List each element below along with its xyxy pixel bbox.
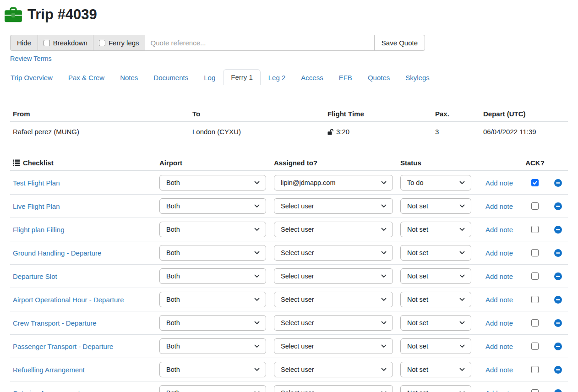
status-select[interactable]: Not set	[400, 338, 471, 354]
airport-select[interactable]: Both	[159, 222, 266, 237]
status-select[interactable]: Not set	[400, 268, 471, 284]
checklist-item-link[interactable]: Airport Operational Hour - Departure	[13, 296, 124, 304]
remove-row-button[interactable]	[554, 366, 562, 374]
ack-checkbox[interactable]	[531, 389, 539, 392]
breakdown-checkbox[interactable]	[44, 40, 50, 46]
remove-row-button[interactable]	[554, 389, 562, 392]
airport-select[interactable]: Both	[159, 362, 266, 377]
add-note-link[interactable]: Add note	[485, 202, 513, 210]
add-note-link[interactable]: Add note	[485, 179, 513, 187]
checklist-item-link[interactable]: Catering Arrangement	[13, 389, 80, 392]
checklist-table: Checklist Airport Assigned to? Status AC…	[10, 155, 568, 392]
minus-circle-icon	[554, 296, 562, 304]
status-select[interactable]: Not set	[400, 245, 471, 261]
remove-row-button[interactable]	[554, 226, 562, 234]
tab-quotes[interactable]: Quotes	[360, 70, 398, 85]
ack-checkbox[interactable]	[531, 366, 539, 373]
assigned-select[interactable]: Select user	[274, 268, 393, 284]
checklist-item-link[interactable]: Live Flight Plan	[13, 202, 60, 210]
add-note-link[interactable]: Add note	[485, 319, 513, 327]
assigned-select[interactable]: Select user	[274, 385, 393, 392]
tab-ferry-1[interactable]: Ferry 1	[223, 69, 261, 85]
status-select[interactable]: Not set	[400, 198, 471, 214]
chevron-down-icon	[254, 204, 260, 208]
remove-row-button[interactable]	[554, 272, 562, 280]
status-select[interactable]: Not set	[400, 385, 471, 392]
add-note-link[interactable]: Add note	[485, 272, 513, 280]
ack-checkbox[interactable]	[531, 296, 539, 303]
remove-row-button[interactable]	[554, 179, 562, 187]
ack-checkbox[interactable]	[531, 343, 539, 350]
status-select[interactable]: Not set	[400, 292, 471, 307]
add-note-link[interactable]: Add note	[485, 296, 513, 304]
assigned-select[interactable]: lipin@jdmapp.com	[274, 175, 393, 191]
assigned-select[interactable]: Select user	[274, 222, 393, 237]
assigned-select-value: Select user	[281, 319, 314, 327]
assigned-select-value: Select user	[281, 366, 314, 373]
ack-checkbox[interactable]	[531, 249, 539, 256]
tab-log[interactable]: Log	[196, 70, 223, 85]
tab-access[interactable]: Access	[293, 70, 331, 85]
tab-skylegs[interactable]: Skylegs	[398, 70, 437, 85]
status-select[interactable]: To do	[400, 175, 471, 191]
chevron-down-icon	[254, 228, 260, 231]
minus-circle-icon	[554, 179, 562, 187]
assigned-select[interactable]: Select user	[274, 292, 393, 307]
assigned-select[interactable]: Select user	[274, 245, 393, 261]
tab-documents[interactable]: Documents	[146, 70, 196, 85]
quote-reference-input[interactable]	[145, 35, 375, 51]
add-note-link[interactable]: Add note	[485, 366, 513, 374]
ack-checkbox[interactable]	[531, 272, 539, 280]
assigned-select[interactable]: Select user	[274, 338, 393, 354]
remove-row-button[interactable]	[554, 249, 562, 257]
assigned-select-value: Select user	[281, 226, 314, 233]
checklist-item-link[interactable]: Test Flight Plan	[13, 179, 60, 187]
remove-row-button[interactable]	[554, 202, 562, 210]
tab-notes[interactable]: Notes	[112, 70, 146, 85]
checklist-item-link[interactable]: Crew Transport - Departure	[13, 319, 97, 327]
airport-select[interactable]: Both	[159, 338, 266, 354]
assigned-select[interactable]: Select user	[274, 315, 393, 331]
checklist-item-link[interactable]: Passenger Transport - Departure	[13, 343, 113, 350]
status-select[interactable]: Not set	[400, 222, 471, 237]
chevron-down-icon	[254, 298, 260, 301]
status-select[interactable]: Not set	[400, 315, 471, 331]
col-from: From	[10, 106, 190, 121]
tab-efb[interactable]: EFB	[331, 70, 360, 85]
ack-checkbox[interactable]	[531, 202, 539, 210]
airport-select[interactable]: Both	[159, 245, 266, 261]
add-note-link[interactable]: Add note	[485, 389, 513, 392]
save-quote-button[interactable]: Save Quote	[374, 35, 425, 51]
remove-row-button[interactable]	[554, 319, 562, 327]
checklist-row: Flight plan Filling Both Select user Not…	[10, 218, 568, 241]
tab-pax-crew[interactable]: Pax & Crew	[60, 70, 112, 85]
ferry-legs-checkbox[interactable]	[99, 40, 105, 46]
flight-to: London (CYXU)	[190, 122, 325, 142]
checklist-item-link[interactable]: Departure Slot	[13, 272, 57, 280]
add-note-link[interactable]: Add note	[485, 343, 513, 350]
checklist-item-link[interactable]: Refuelling Arrangement	[13, 366, 85, 374]
chevron-down-icon	[459, 228, 465, 231]
remove-row-button[interactable]	[554, 343, 562, 350]
ack-checkbox[interactable]	[531, 226, 539, 233]
airport-select[interactable]: Both	[159, 315, 266, 331]
ack-checkbox[interactable]	[531, 179, 539, 186]
tab-leg-2[interactable]: Leg 2	[261, 70, 294, 85]
assigned-select[interactable]: Select user	[274, 362, 393, 377]
airport-select[interactable]: Both	[159, 292, 266, 307]
airport-select[interactable]: Both	[159, 175, 266, 191]
assigned-select[interactable]: Select user	[274, 198, 393, 214]
remove-row-button[interactable]	[554, 296, 562, 304]
review-terms-link[interactable]: Review Terms	[10, 55, 52, 62]
ack-checkbox[interactable]	[531, 319, 539, 327]
add-note-link[interactable]: Add note	[485, 249, 513, 257]
airport-select[interactable]: Both	[159, 198, 266, 214]
checklist-item-link[interactable]: Ground Handling - Departure	[13, 249, 101, 257]
airport-select[interactable]: Both	[159, 268, 266, 284]
tab-trip-overview[interactable]: Trip Overview	[3, 70, 60, 85]
add-note-link[interactable]: Add note	[485, 226, 513, 234]
checklist-item-link[interactable]: Flight plan Filling	[13, 226, 65, 234]
status-select[interactable]: Not set	[400, 362, 471, 377]
airport-select[interactable]: Both	[159, 385, 266, 392]
hide-button[interactable]: Hide	[10, 35, 38, 51]
